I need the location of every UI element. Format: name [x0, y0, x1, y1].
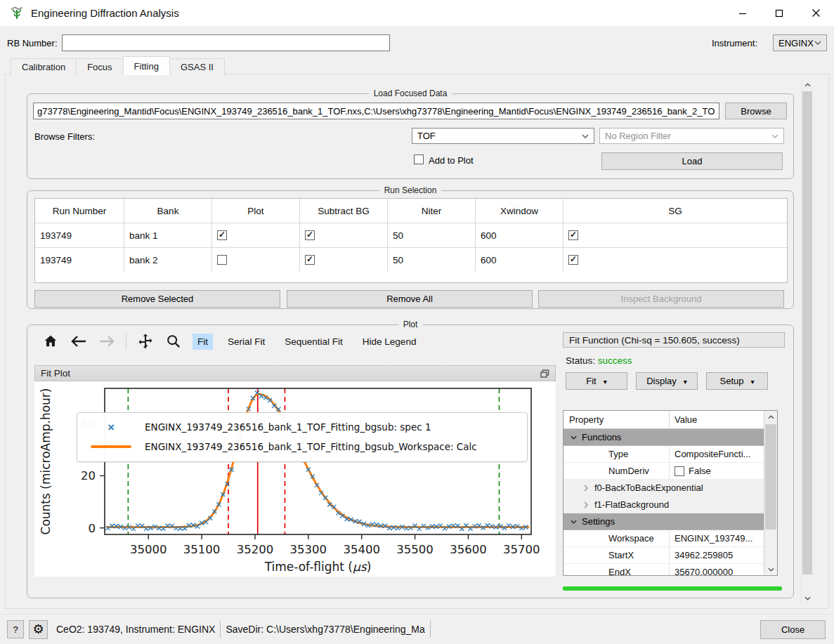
y-tick-label: 0 [89, 522, 96, 535]
maximize-button[interactable] [761, 0, 797, 26]
legend-marker [77, 445, 145, 448]
property-row-functions[interactable]: Functions [563, 429, 764, 446]
property-row-endx-value[interactable]: 35670.000000 [669, 564, 764, 576]
property-row-f0-backtobackexponential-label: f0-BackToBackExponential [594, 482, 703, 493]
plot-checkbox-row2[interactable] [217, 255, 227, 265]
chevron-down-icon [771, 134, 778, 138]
zoom-button[interactable] [164, 332, 183, 350]
browse-button[interactable]: Browse [725, 103, 787, 119]
undock-icon[interactable] [540, 369, 549, 378]
plot-checkbox-row1[interactable]: ✓ [217, 230, 227, 240]
serial-fit-button[interactable]: Serial Fit [223, 334, 270, 350]
remove-selected-button[interactable]: Remove Selected [34, 290, 280, 308]
setup-menu-label: Setup [719, 376, 743, 386]
chevron-down-icon [582, 134, 589, 138]
cell-bank[interactable]: bank 1 [124, 223, 212, 247]
fit-plot-canvas[interactable]: 3500035100352003530035400355003560035700… [34, 381, 556, 577]
x-marker-icon: × [107, 421, 115, 433]
display-menu-label: Display [646, 376, 677, 386]
scroll-down-arrow[interactable] [764, 563, 777, 575]
scrollbar-thumb[interactable] [802, 91, 812, 574]
chevron-right-icon[interactable] [582, 485, 590, 492]
fit-plot-dock-titlebar[interactable]: Fit Plot [34, 365, 556, 381]
subtract-bg-checkbox-row2[interactable]: ✓ [305, 255, 315, 265]
y-tick-label: 20 [81, 469, 96, 482]
property-row-f0-backtobackexponential[interactable]: f0-BackToBackExponential [563, 480, 764, 497]
scroll-up-arrow[interactable] [802, 79, 813, 91]
property-row-settings[interactable]: Settings [563, 513, 764, 530]
region-filter-select[interactable]: No Region Filter [599, 128, 784, 144]
tab-focus[interactable]: Focus [76, 58, 123, 75]
load-group-title: Load Focused Data [369, 88, 452, 98]
unit-filter-select[interactable]: TOF [412, 128, 594, 144]
property-row-type-value[interactable]: CompositeFuncti... [669, 446, 764, 462]
back-arrow-icon [70, 334, 87, 348]
chevron-down-icon[interactable] [569, 520, 578, 524]
property-row-numderiv-checkbox[interactable] [675, 466, 684, 476]
chevron-down-icon[interactable] [569, 435, 578, 440]
fit-mode-button[interactable]: Fit [193, 334, 213, 350]
instrument-select[interactable]: ENGINX [773, 34, 827, 51]
instrument-label: Instrument: [712, 38, 757, 48]
plot-legend[interactable]: ×ENGINX_193749_236516_bank_1_TOF_Fitting… [77, 412, 528, 462]
property-row-workspace-value[interactable]: ENGINX_193749... [669, 530, 764, 546]
fit-menu-button[interactable]: Fit▾ [566, 372, 627, 390]
run-selection-title: Run Selection [379, 185, 442, 195]
table-row[interactable]: 193749bank 2✓50600✓ [35, 247, 787, 272]
inspect-background-label: Inspect Background [621, 294, 702, 304]
chevron-right-icon[interactable] [582, 501, 590, 508]
settings-button[interactable]: ⚙ [29, 620, 48, 639]
property-row-workspace: WorkspaceENGINX_193749... [563, 530, 764, 547]
remove-all-button[interactable]: Remove All [287, 290, 533, 308]
window-controls [724, 0, 834, 26]
home-button[interactable] [41, 332, 60, 350]
cell-bank[interactable]: bank 2 [124, 247, 212, 272]
scroll-down-arrow[interactable] [802, 592, 813, 604]
pan-button[interactable] [136, 332, 155, 350]
property-row-numderiv-label: NumDeriv [563, 466, 649, 476]
close-button[interactable] [797, 0, 834, 26]
back-button[interactable] [70, 332, 88, 350]
cell-xwindow[interactable]: 600 [476, 247, 563, 272]
sg-checkbox-row2[interactable]: ✓ [568, 255, 578, 265]
table-row[interactable]: 193749bank 1✓✓50600✓ [35, 223, 787, 247]
scroll-up-arrow[interactable] [764, 411, 777, 423]
dropdown-arrow-icon: ▾ [750, 378, 754, 386]
add-to-plot-label: Add to Plot [429, 155, 474, 166]
cell-run-number[interactable]: 193749 [35, 247, 124, 272]
plot-group-title: Plot [398, 320, 423, 329]
browse-filters-label: Browse Filters: [34, 131, 95, 142]
subtract-bg-checkbox-row1[interactable]: ✓ [305, 230, 315, 240]
property-row-numderiv-value[interactable]: False [669, 463, 764, 479]
fit-function-header: Fit Function (Chi-sq = 150.605, success) [563, 332, 785, 348]
minimize-button[interactable] [724, 0, 761, 26]
column-header-run-number: Run Number [35, 199, 124, 223]
tab-gsas-ii[interactable]: GSAS II [169, 58, 225, 75]
forward-button[interactable] [98, 332, 116, 350]
cell-niter[interactable]: 50 [388, 223, 476, 247]
sg-checkbox-row1[interactable]: ✓ [568, 230, 578, 240]
cell-run-number[interactable]: 193749 [35, 223, 124, 247]
property-row-f1-flatbackground[interactable]: f1-FlatBackground [563, 497, 764, 513]
scrollbar-thumb[interactable] [765, 424, 776, 530]
hide-legend-button[interactable]: Hide Legend [358, 334, 422, 350]
display-menu-button[interactable]: Display▾ [636, 372, 698, 390]
sequential-fit-button[interactable]: Sequential Fit [280, 334, 348, 350]
inspect-background-button[interactable]: Inspect Background [538, 290, 784, 308]
region-filter-value: No Region Filter [605, 131, 671, 141]
rb-number-input[interactable] [62, 34, 390, 51]
add-to-plot-checkbox[interactable] [414, 155, 424, 164]
load-button[interactable]: Load [601, 152, 783, 170]
cell-xwindow[interactable]: 600 [476, 223, 563, 247]
tab-calibration[interactable]: Calibration [11, 58, 77, 75]
close-dialog-button[interactable]: Close [760, 620, 826, 639]
setup-menu-button[interactable]: Setup▾ [706, 372, 768, 390]
property-table-scrollbar[interactable] [764, 411, 777, 575]
help-button[interactable]: ? [7, 620, 24, 638]
property-row-startx-value[interactable]: 34962.259805 [669, 547, 764, 563]
tab-fitting[interactable]: Fitting [123, 56, 170, 75]
cell-niter[interactable]: 50 [388, 247, 476, 272]
focused-data-path-input[interactable] [33, 103, 719, 119]
legend-entry: ENGINX_193749_236516_bank_1_TOF_Fitting_… [77, 437, 527, 456]
vertical-scrollbar[interactable] [801, 79, 813, 604]
